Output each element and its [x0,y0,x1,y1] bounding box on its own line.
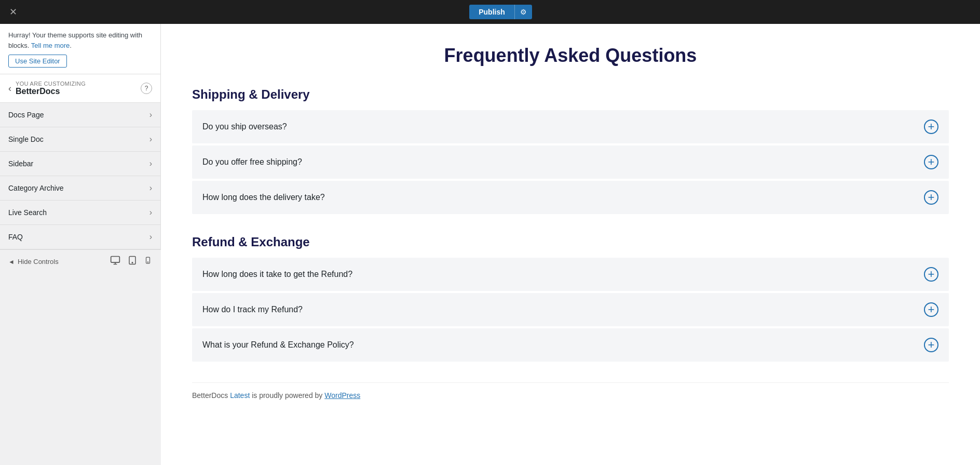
help-button[interactable]: ? [141,83,152,94]
footer-text-middle: is proudly powered by [250,391,324,400]
faq-expand-icon: + [924,119,938,134]
footer-brand: Latest [230,391,250,400]
faq-item-1-2[interactable]: What is your Refund & Exchange Policy?+ [192,328,949,362]
nav-item-label: Live Search [8,208,47,217]
faq-section-title-1: Refund & Exchange [192,235,949,249]
nav-item-label: Single Doc [8,135,44,143]
nav-item-label: Category Archive [8,184,64,192]
sidebar-nav-item-faq[interactable]: FAQ› [0,225,160,249]
sidebar-nav-item-live-search[interactable]: Live Search› [0,201,160,225]
tablet-view-button[interactable] [127,254,138,269]
faq-section-0: Shipping & DeliveryDo you ship overseas?… [192,87,949,214]
faq-question: Do you ship overseas? [202,122,287,131]
tell-me-more-link[interactable]: Tell me more [31,42,70,49]
mobile-view-button[interactable] [143,254,153,269]
faq-section-1: Refund & ExchangeHow long does it take t… [192,235,949,362]
main-layout: Hurray! Your theme supports site editing… [0,24,980,465]
customizing-header: ‹ You are customizing BetterDocs ? [0,74,160,103]
faq-list-0: Do you ship overseas?+Do you offer free … [192,110,949,214]
faq-section-title-0: Shipping & Delivery [192,87,949,102]
sidebar: Hurray! Your theme supports site editing… [0,24,161,249]
publish-button[interactable]: Publish [469,5,514,19]
sidebar-nav-item-category-archive[interactable]: Category Archive› [0,176,160,201]
faq-list-1: How long does it take to get the Refund?… [192,258,949,362]
sidebar-wrapper: Hurray! Your theme supports site editing… [0,24,161,465]
svg-point-2 [132,262,133,263]
customizing-label: You are customizing [16,81,141,87]
faq-expand-icon: + [924,155,938,169]
faq-question: How do I track my Refund? [202,305,303,314]
wordpress-link[interactable]: WordPress [324,391,360,400]
device-icons [109,254,153,269]
publish-settings-button[interactable]: ⚙ [514,5,532,19]
faq-item-1-1[interactable]: How do I track my Refund?+ [192,293,949,326]
hide-controls-label: Hide Controls [18,258,59,265]
bottom-bar: ◄ Hide Controls [0,249,161,273]
nav-item-chevron: › [149,232,152,242]
faq-question: How long does the delivery take? [202,193,325,202]
sidebar-nav-item-sidebar[interactable]: Sidebar› [0,152,160,176]
back-button[interactable]: ‹ [8,83,11,94]
top-bar: ✕ Publish ⚙ [0,0,980,24]
nav-item-chevron: › [149,110,152,119]
faq-expand-icon: + [924,338,938,352]
publish-area: Publish ⚙ [469,5,532,19]
nav-item-chevron: › [149,135,152,144]
sidebar-nav-item-docs-page[interactable]: Docs Page› [0,103,160,127]
nav-item-chevron: › [149,208,152,217]
customizing-title: BetterDocs [16,87,141,96]
nav-menu: Docs Page›Single Doc›Sidebar›Category Ar… [0,103,160,249]
faq-expand-icon: + [924,190,938,205]
faq-item-0-0[interactable]: Do you ship overseas?+ [192,110,949,143]
nav-item-chevron: › [149,183,152,193]
hide-controls-button[interactable]: ◄ Hide Controls [8,258,59,265]
faq-item-1-0[interactable]: How long does it take to get the Refund?… [192,258,949,291]
faq-item-0-1[interactable]: Do you offer free shipping?+ [192,145,949,179]
faq-expand-icon: + [924,302,938,317]
faq-question: What is your Refund & Exchange Policy? [202,340,354,350]
svg-point-4 [147,262,148,262]
nav-item-chevron: › [149,159,152,168]
nav-item-label: FAQ [8,233,23,241]
faq-expand-icon: + [924,267,938,282]
footer-text-before: BetterDocs [192,391,230,400]
faq-item-0-2[interactable]: How long does the delivery take?+ [192,181,949,214]
content-footer: BetterDocs Latest is proudly powered by … [192,382,949,400]
content-area: Frequently Asked Questions Shipping & De… [161,24,980,465]
faq-sections: Shipping & DeliveryDo you ship overseas?… [192,87,949,362]
desktop-view-button[interactable] [109,254,121,269]
svg-rect-0 [111,257,120,263]
notice-box: Hurray! Your theme supports site editing… [0,24,160,74]
notice-text: Hurray! Your theme supports site editing… [8,31,142,49]
sidebar-nav-item-single-doc[interactable]: Single Doc› [0,127,160,152]
page-title: Frequently Asked Questions [192,45,949,67]
hide-controls-arrow: ◄ [8,258,15,265]
use-site-editor-button[interactable]: Use Site Editor [8,55,67,68]
nav-item-label: Sidebar [8,160,33,168]
nav-item-label: Docs Page [8,111,44,119]
faq-question: How long does it take to get the Refund? [202,270,352,279]
faq-question: Do you offer free shipping? [202,157,302,167]
customizing-info: You are customizing BetterDocs [16,81,141,96]
close-button[interactable]: ✕ [5,4,21,20]
